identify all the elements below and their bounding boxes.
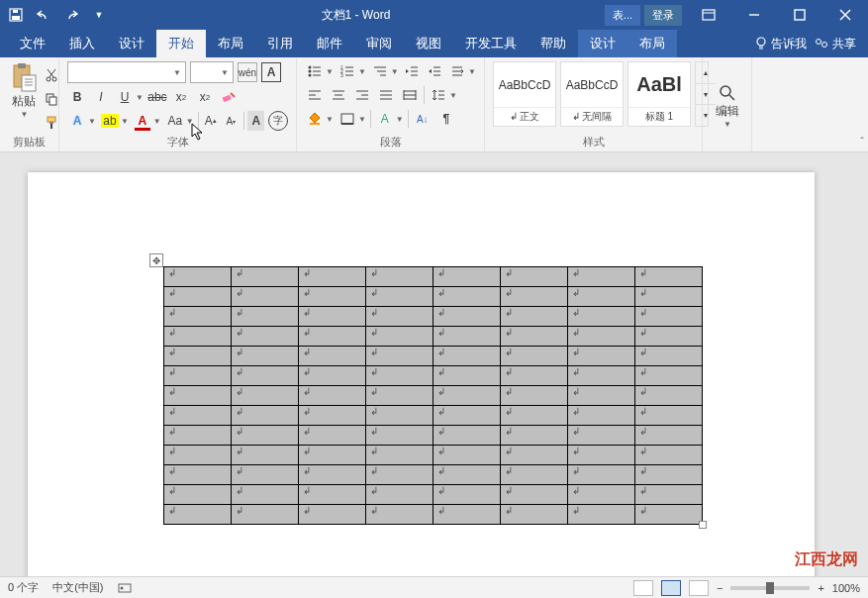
table-cell[interactable]: ↲	[299, 267, 366, 287]
table-cell[interactable]: ↲	[299, 366, 366, 386]
table-cell[interactable]: ↲	[635, 307, 703, 327]
ribbon-display-options-icon[interactable]	[686, 0, 731, 30]
table-row[interactable]: ↲↲↲↲↲↲↲↲	[164, 287, 703, 307]
change-case-button[interactable]: Aa▼	[165, 111, 194, 131]
sort-icon[interactable]: A↓	[413, 109, 433, 129]
table-cell[interactable]: ↲	[366, 386, 434, 406]
underline-button[interactable]: U▼	[115, 87, 144, 107]
zoom-in-icon[interactable]: +	[818, 582, 823, 594]
shrink-font-button[interactable]: A▾	[223, 111, 240, 131]
table-cell[interactable]: ↲	[568, 327, 635, 347]
table-cell[interactable]: ↲	[164, 386, 232, 406]
phonetic-guide-icon[interactable]: wén	[238, 62, 257, 82]
table-cell[interactable]: ↲	[232, 327, 299, 347]
table-cell[interactable]: ↲	[501, 267, 568, 287]
table-tools-tab[interactable]: 表...	[605, 5, 640, 26]
table-cell[interactable]: ↲	[164, 426, 232, 446]
tab-table-layout[interactable]: 布局	[627, 30, 677, 57]
table-row[interactable]: ↲↲↲↲↲↲↲↲	[164, 267, 703, 287]
align-right-icon[interactable]	[352, 85, 372, 105]
table-cell[interactable]: ↲	[299, 505, 366, 525]
table-cell[interactable]: ↲	[299, 307, 366, 327]
table-cell[interactable]: ↲	[568, 485, 635, 505]
table-row[interactable]: ↲↲↲↲↲↲↲↲	[164, 446, 703, 465]
table-cell[interactable]: ↲	[635, 327, 703, 347]
table-cell[interactable]: ↲	[164, 287, 232, 307]
document-area[interactable]: ✥ ↲↲↲↲↲↲↲↲↲↲↲↲↲↲↲↲↲↲↲↲↲↲↲↲↲↲↲↲↲↲↲↲↲↲↲↲↲↲…	[0, 152, 868, 576]
table-cell[interactable]: ↲	[366, 505, 434, 525]
tab-insert[interactable]: 插入	[57, 30, 107, 57]
table-cell[interactable]: ↲	[501, 307, 568, 327]
table-cell[interactable]: ↲	[501, 406, 568, 426]
share-button[interactable]: 共享	[815, 36, 856, 52]
align-center-icon[interactable]	[329, 85, 348, 105]
table-cell[interactable]: ↲	[434, 327, 501, 347]
table-cell[interactable]: ↲	[568, 307, 635, 327]
character-border-icon[interactable]: A	[261, 62, 281, 82]
table-cell[interactable]: ↲	[366, 366, 434, 386]
strikethrough-button[interactable]: abc	[147, 87, 167, 107]
undo-icon[interactable]	[36, 7, 51, 23]
table-cell[interactable]: ↲	[434, 446, 501, 465]
table-cell[interactable]: ↲	[635, 347, 703, 366]
table-cell[interactable]: ↲	[366, 307, 434, 327]
bullets-button[interactable]: ▼	[305, 61, 334, 81]
table-cell[interactable]: ↲	[635, 386, 703, 406]
borders-button[interactable]: ▼	[338, 109, 366, 129]
read-mode-icon[interactable]	[633, 580, 653, 596]
line-spacing-button[interactable]: ▼	[429, 85, 457, 105]
table-cell[interactable]: ↲	[299, 406, 366, 426]
table-cell[interactable]: ↲	[501, 446, 568, 465]
table-cell[interactable]: ↲	[568, 465, 635, 485]
table-cell[interactable]: ↲	[568, 426, 635, 446]
table-cell[interactable]: ↲	[299, 426, 366, 446]
table-cell[interactable]: ↲	[232, 287, 299, 307]
table-row[interactable]: ↲↲↲↲↲↲↲↲	[164, 386, 703, 406]
table-cell[interactable]: ↲	[232, 505, 299, 525]
table-cell[interactable]: ↲	[164, 485, 232, 505]
table-cell[interactable]: ↲	[568, 505, 635, 525]
superscript-button[interactable]: x2	[195, 87, 215, 107]
table-cell[interactable]: ↲	[299, 386, 366, 406]
tab-file[interactable]: 文件	[8, 30, 57, 57]
table-cell[interactable]: ↲	[299, 347, 366, 366]
table-cell[interactable]: ↲	[366, 327, 434, 347]
format-painter-icon[interactable]	[42, 113, 61, 133]
zoom-slider[interactable]	[730, 586, 810, 590]
tab-review[interactable]: 审阅	[354, 30, 404, 57]
table-cell[interactable]: ↲	[299, 287, 366, 307]
table-cell[interactable]: ↲	[164, 327, 232, 347]
table-cell[interactable]: ↲	[434, 406, 501, 426]
multilevel-list-button[interactable]: ▼	[370, 61, 399, 81]
table-cell[interactable]: ↲	[501, 347, 568, 366]
table-cell[interactable]: ↲	[299, 485, 366, 505]
table-cell[interactable]: ↲	[299, 446, 366, 465]
paste-button[interactable]: 粘贴 ▼	[8, 61, 40, 119]
table-cell[interactable]: ↲	[635, 446, 703, 465]
table-cell[interactable]: ↲	[299, 465, 366, 485]
maximize-icon[interactable]	[777, 0, 822, 30]
table-cell[interactable]: ↲	[232, 485, 299, 505]
table-cell[interactable]: ↲	[635, 426, 703, 446]
text-effects-button[interactable]: A▼	[67, 111, 96, 131]
style-gallery[interactable]: AaBbCcD ↲ 正文 AaBbCcD ↲ 无间隔 AaBl 标题 1 ▴ ▾…	[493, 61, 709, 127]
table-row[interactable]: ↲↲↲↲↲↲↲↲	[164, 366, 703, 386]
table-cell[interactable]: ↲	[232, 347, 299, 366]
table-cell[interactable]: ↲	[568, 406, 635, 426]
web-layout-icon[interactable]	[689, 580, 709, 596]
qat-customize-icon[interactable]: ▼	[91, 7, 107, 23]
page[interactable]: ✥ ↲↲↲↲↲↲↲↲↲↲↲↲↲↲↲↲↲↲↲↲↲↲↲↲↲↲↲↲↲↲↲↲↲↲↲↲↲↲…	[28, 172, 815, 576]
font-size-combo[interactable]: ▼	[190, 61, 234, 83]
table-cell[interactable]: ↲	[434, 287, 501, 307]
copy-icon[interactable]	[42, 89, 61, 109]
table-cell[interactable]: ↲	[164, 366, 232, 386]
close-icon[interactable]	[822, 0, 868, 30]
table-cell[interactable]: ↲	[366, 465, 434, 485]
macro-record-icon[interactable]	[118, 582, 132, 594]
table-cell[interactable]: ↲	[434, 386, 501, 406]
table-row[interactable]: ↲↲↲↲↲↲↲↲	[164, 505, 703, 525]
table-cell[interactable]: ↲	[635, 267, 703, 287]
table-cell[interactable]: ↲	[232, 446, 299, 465]
table-cell[interactable]: ↲	[366, 347, 434, 366]
table-row[interactable]: ↲↲↲↲↲↲↲↲	[164, 347, 703, 366]
